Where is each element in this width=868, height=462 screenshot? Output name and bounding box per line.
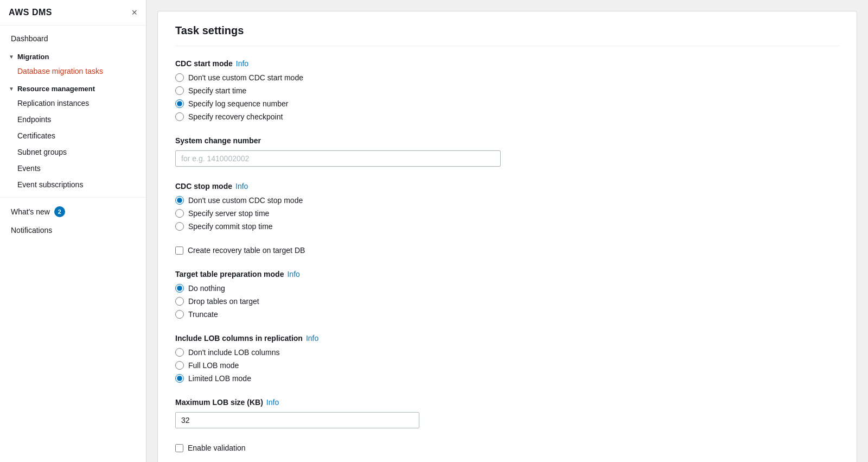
max-lob-size-info-link[interactable]: Info xyxy=(266,398,279,407)
ttm-nothing-option[interactable]: Do nothing xyxy=(175,284,839,293)
migration-section-label: Migration xyxy=(17,53,49,61)
cdc-stop-mode-info-link[interactable]: Info xyxy=(235,182,248,191)
enable-validation-section: Enable validation xyxy=(175,444,839,452)
sidebar-item-replication-instances[interactable]: Replication instances xyxy=(0,95,146,111)
resource-section-label: Resource management xyxy=(17,85,95,93)
system-change-number-section: System change number xyxy=(175,136,839,167)
system-change-number-label: System change number xyxy=(175,136,839,145)
cdc-stop-commit-option[interactable]: Specify commit stop time xyxy=(175,222,839,231)
cdc-start-time-radio[interactable] xyxy=(175,86,184,95)
ttm-drop-radio[interactable] xyxy=(175,297,184,306)
page-title: Task settings xyxy=(175,24,839,46)
sidebar-item-notifications[interactable]: Notifications xyxy=(0,221,146,239)
sidebar-item-endpoints[interactable]: Endpoints xyxy=(0,111,146,128)
sidebar-section-migration[interactable]: ▼ Migration xyxy=(0,47,146,63)
lob-columns-radio-group: Don't include LOB columns Full LOB mode … xyxy=(175,348,839,383)
max-lob-size-label: Maximum LOB size (KB) Info xyxy=(175,398,839,407)
sidebar-item-certificates[interactable]: Certificates xyxy=(0,128,146,144)
ttm-drop-option[interactable]: Drop tables on target xyxy=(175,297,839,306)
close-button[interactable]: × xyxy=(131,8,137,17)
cdc-stop-commit-radio[interactable] xyxy=(175,222,184,231)
main-content: Task settings CDC start mode Info Don't … xyxy=(146,0,868,462)
sidebar-header: AWS DMS × xyxy=(0,0,146,26)
sidebar-nav: Dashboard ▼ Migration Database migration… xyxy=(0,26,146,462)
sidebar-item-subnet-groups[interactable]: Subnet groups xyxy=(0,144,146,160)
lob-columns-info-link[interactable]: Info xyxy=(306,334,318,343)
sidebar-item-dashboard[interactable]: Dashboard xyxy=(0,30,146,47)
cdc-start-mode-section: CDC start mode Info Don't use custom CDC… xyxy=(175,59,839,121)
recovery-table-section: Create recovery table on target DB xyxy=(175,246,839,255)
lob-columns-label: Include LOB columns in replication Info xyxy=(175,334,839,343)
system-change-number-input[interactable] xyxy=(175,150,501,167)
cdc-stop-no-radio[interactable] xyxy=(175,196,184,205)
cdc-no-custom-radio[interactable] xyxy=(175,73,184,82)
cdc-start-time-option[interactable]: Specify start time xyxy=(175,86,839,95)
cdc-start-mode-radio-group: Don't use custom CDC start mode Specify … xyxy=(175,73,839,121)
whats-new-badge: 2 xyxy=(54,206,65,217)
target-table-mode-radio-group: Do nothing Drop tables on target Truncat… xyxy=(175,284,839,319)
enable-validation-checkbox[interactable] xyxy=(175,444,183,452)
chevron-icon: ▼ xyxy=(9,54,14,60)
cdc-no-custom-option[interactable]: Don't use custom CDC start mode xyxy=(175,73,839,82)
cdc-start-mode-info-link[interactable]: Info xyxy=(236,59,248,68)
db-migration-tasks-label: Database migration tasks xyxy=(17,67,103,75)
cdc-start-mode-label: CDC start mode Info xyxy=(175,59,839,68)
sidebar-item-db-migration-tasks[interactable]: Database migration tasks xyxy=(0,63,146,79)
ttm-truncate-option[interactable]: Truncate xyxy=(175,310,839,319)
app-logo: AWS DMS xyxy=(9,8,52,17)
max-lob-size-section: Maximum LOB size (KB) Info xyxy=(175,398,839,428)
recovery-table-checkbox-item[interactable]: Create recovery table on target DB xyxy=(175,246,839,255)
cdc-log-seq-radio[interactable] xyxy=(175,99,184,108)
sidebar: AWS DMS × Dashboard ▼ Migration Database… xyxy=(0,0,146,462)
sidebar-item-events[interactable]: Events xyxy=(0,160,146,176)
content-panel: Task settings CDC start mode Info Don't … xyxy=(157,11,857,462)
notifications-label: Notifications xyxy=(11,226,52,235)
lob-limited-radio[interactable] xyxy=(175,374,184,383)
cdc-log-seq-option[interactable]: Specify log sequence number xyxy=(175,99,839,108)
max-lob-size-input[interactable] xyxy=(175,412,419,428)
sidebar-item-event-subscriptions[interactable]: Event subscriptions xyxy=(0,176,146,193)
enable-validation-checkbox-item[interactable]: Enable validation xyxy=(175,444,839,452)
whats-new-label: What's new xyxy=(11,207,50,216)
sidebar-section-resource[interactable]: ▼ Resource management xyxy=(0,79,146,95)
lob-columns-section: Include LOB columns in replication Info … xyxy=(175,334,839,383)
target-table-mode-section: Target table preparation mode Info Do no… xyxy=(175,270,839,319)
cdc-stop-server-radio[interactable] xyxy=(175,209,184,218)
lob-full-option[interactable]: Full LOB mode xyxy=(175,361,839,370)
cdc-stop-server-option[interactable]: Specify server stop time xyxy=(175,209,839,218)
dashboard-label: Dashboard xyxy=(11,34,48,43)
target-table-mode-label: Target table preparation mode Info xyxy=(175,270,839,279)
target-table-mode-info-link[interactable]: Info xyxy=(287,270,299,279)
cdc-stop-mode-radio-group: Don't use custom CDC stop mode Specify s… xyxy=(175,196,839,231)
cdc-recovery-option[interactable]: Specify recovery checkpoint xyxy=(175,112,839,121)
cdc-stop-mode-section: CDC stop mode Info Don't use custom CDC … xyxy=(175,182,839,231)
cdc-stop-no-option[interactable]: Don't use custom CDC stop mode xyxy=(175,196,839,205)
sidebar-item-whats-new[interactable]: What's new 2 xyxy=(0,202,146,221)
sidebar-divider xyxy=(0,197,146,198)
lob-none-radio[interactable] xyxy=(175,348,184,357)
cdc-recovery-radio[interactable] xyxy=(175,112,184,121)
ttm-truncate-radio[interactable] xyxy=(175,310,184,319)
lob-full-radio[interactable] xyxy=(175,361,184,370)
recovery-table-checkbox[interactable] xyxy=(175,246,183,255)
lob-limited-option[interactable]: Limited LOB mode xyxy=(175,374,839,383)
lob-none-option[interactable]: Don't include LOB columns xyxy=(175,348,839,357)
ttm-nothing-radio[interactable] xyxy=(175,284,184,293)
chevron-resource-icon: ▼ xyxy=(9,86,14,92)
cdc-stop-mode-label: CDC stop mode Info xyxy=(175,182,839,191)
